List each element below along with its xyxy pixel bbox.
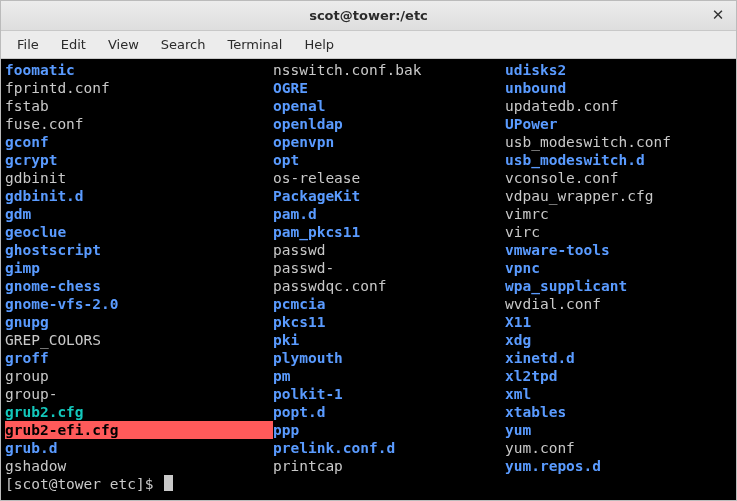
listing-entry: printcap xyxy=(273,457,505,475)
listing-entry: pam.d xyxy=(273,205,505,223)
listing-entry: passwd- xyxy=(273,259,505,277)
listing-entry: fstab xyxy=(5,97,273,115)
listing-entry: gcrypt xyxy=(5,151,273,169)
listing-entry: pm xyxy=(273,367,505,385)
listing-row: gnupgpkcs11X11 xyxy=(5,313,732,331)
listing-row: gdbinit.dPackageKitvdpau_wrapper.cfg xyxy=(5,187,732,205)
listing-entry: OGRE xyxy=(273,79,505,97)
listing-entry: xdg xyxy=(505,331,531,349)
listing-entry: geoclue xyxy=(5,223,273,241)
prompt-text: [scot@tower etc]$ xyxy=(5,475,162,493)
listing-row: gdmpam.dvimrc xyxy=(5,205,732,223)
listing-row: grub2-efi.cfgpppyum xyxy=(5,421,732,439)
listing-entry: virc xyxy=(505,223,540,241)
listing-row: grub.dprelink.conf.dyum.conf xyxy=(5,439,732,457)
listing-row: ghostscriptpasswdvmware-tools xyxy=(5,241,732,259)
menu-view[interactable]: View xyxy=(98,34,149,55)
listing-entry: pki xyxy=(273,331,505,349)
menu-help[interactable]: Help xyxy=(294,34,344,55)
listing-entry: X11 xyxy=(505,313,531,331)
menu-terminal[interactable]: Terminal xyxy=(217,34,292,55)
listing-row: foomaticnsswitch.conf.bakudisks2 xyxy=(5,61,732,79)
listing-entry: ppp xyxy=(273,421,505,439)
listing-entry: GREP_COLORS xyxy=(5,331,273,349)
listing-entry: passwdqc.conf xyxy=(273,277,505,295)
listing-entry: vimrc xyxy=(505,205,549,223)
listing-row: grouppmxl2tpd xyxy=(5,367,732,385)
window-title: scot@tower:/etc xyxy=(1,8,736,23)
listing-entry: vmware-tools xyxy=(505,241,610,259)
listing-entry: gdbinit xyxy=(5,169,273,187)
listing-entry: wpa_supplicant xyxy=(505,277,627,295)
listing-row: gshadowprintcapyum.repos.d xyxy=(5,457,732,475)
listing-entry: updatedb.conf xyxy=(505,97,619,115)
listing-entry: xl2tpd xyxy=(505,367,557,385)
listing-row: gdbinitos-releasevconsole.conf xyxy=(5,169,732,187)
listing-entry: gdbinit.d xyxy=(5,187,273,205)
listing-entry: openal xyxy=(273,97,505,115)
listing-entry: UPower xyxy=(505,115,557,133)
listing-entry: vpnc xyxy=(505,259,540,277)
listing-entry: gnome-chess xyxy=(5,277,273,295)
listing-row: fprintd.confOGREunbound xyxy=(5,79,732,97)
listing-entry: unbound xyxy=(505,79,566,97)
listing-entry: nsswitch.conf.bak xyxy=(273,61,505,79)
listing-entry: yum.conf xyxy=(505,439,575,457)
prompt-line[interactable]: [scot@tower etc]$ xyxy=(5,475,732,493)
terminal-window: scot@tower:/etc ✕ File Edit View Search … xyxy=(0,0,737,501)
menu-search[interactable]: Search xyxy=(151,34,216,55)
listing-row: geocluepam_pkcs11virc xyxy=(5,223,732,241)
menubar: File Edit View Search Terminal Help xyxy=(1,31,736,59)
menu-file[interactable]: File xyxy=(7,34,49,55)
close-icon: ✕ xyxy=(712,6,725,24)
listing-entry: passwd xyxy=(273,241,505,259)
listing-entry: yum xyxy=(505,421,531,439)
listing-entry: wvdial.conf xyxy=(505,295,601,313)
listing-entry: pcmcia xyxy=(273,295,505,313)
listing-row: gconfopenvpnusb_modeswitch.conf xyxy=(5,133,732,151)
listing-entry: gconf xyxy=(5,133,273,151)
listing-row: fstabopenalupdatedb.conf xyxy=(5,97,732,115)
listing-entry: usb_modeswitch.d xyxy=(505,151,645,169)
listing-entry: xinetd.d xyxy=(505,349,575,367)
listing-row: gnome-vfs-2.0pcmciawvdial.conf xyxy=(5,295,732,313)
listing-entry: PackageKit xyxy=(273,187,505,205)
listing-entry: group xyxy=(5,367,273,385)
listing-entry: udisks2 xyxy=(505,61,566,79)
terminal-output[interactable]: foomaticnsswitch.conf.bakudisks2fprintd.… xyxy=(1,59,736,500)
listing-entry: prelink.conf.d xyxy=(273,439,505,457)
listing-row: gcryptoptusb_modeswitch.d xyxy=(5,151,732,169)
listing-row: fuse.confopenldapUPower xyxy=(5,115,732,133)
close-button[interactable]: ✕ xyxy=(708,5,728,25)
listing-entry: gnome-vfs-2.0 xyxy=(5,295,273,313)
listing-row: grub2.cfgpopt.dxtables xyxy=(5,403,732,421)
listing-entry: vconsole.conf xyxy=(505,169,619,187)
listing-entry: opt xyxy=(273,151,505,169)
listing-entry: gnupg xyxy=(5,313,273,331)
menu-edit[interactable]: Edit xyxy=(51,34,96,55)
listing-entry: gshadow xyxy=(5,457,273,475)
listing-entry: pam_pkcs11 xyxy=(273,223,505,241)
listing-entry: groff xyxy=(5,349,273,367)
listing-row: groffplymouthxinetd.d xyxy=(5,349,732,367)
listing-entry: popt.d xyxy=(273,403,505,421)
listing-entry: gdm xyxy=(5,205,273,223)
listing-row: group-polkit-1xml xyxy=(5,385,732,403)
listing-entry: fuse.conf xyxy=(5,115,273,133)
listing-entry: foomatic xyxy=(5,61,273,79)
listing-entry: grub.d xyxy=(5,439,273,457)
titlebar: scot@tower:/etc ✕ xyxy=(1,1,736,31)
listing-entry: vdpau_wrapper.cfg xyxy=(505,187,653,205)
listing-entry: grub2.cfg xyxy=(5,403,273,421)
listing-entry: openldap xyxy=(273,115,505,133)
listing-entry: plymouth xyxy=(273,349,505,367)
cursor xyxy=(164,475,173,491)
listing-entry: xtables xyxy=(505,403,566,421)
listing-entry: usb_modeswitch.conf xyxy=(505,133,671,151)
listing-entry: os-release xyxy=(273,169,505,187)
listing-row: GREP_COLORSpkixdg xyxy=(5,331,732,349)
listing-entry: gimp xyxy=(5,259,273,277)
listing-entry: polkit-1 xyxy=(273,385,505,403)
listing-row: gimppasswd-vpnc xyxy=(5,259,732,277)
listing-entry: openvpn xyxy=(273,133,505,151)
